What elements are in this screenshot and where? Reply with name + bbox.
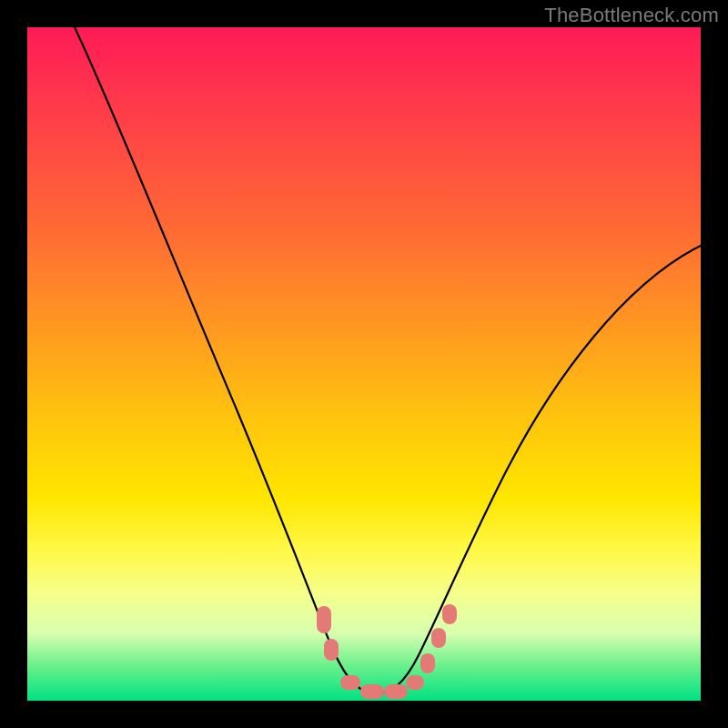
marker-dot	[384, 684, 408, 699]
curve-layer	[27, 27, 701, 701]
marker-dot	[317, 606, 331, 633]
marker-dot	[442, 604, 457, 624]
marker-dot	[406, 675, 424, 690]
marker-dot	[431, 628, 446, 648]
bottleneck-curve	[75, 27, 701, 693]
chart-frame: TheBottleneck.com	[0, 0, 728, 728]
marker-dot	[360, 684, 384, 699]
watermark-text: TheBottleneck.com	[544, 4, 719, 27]
marker-dot	[324, 639, 339, 661]
marker-dot	[340, 675, 360, 690]
marker-dot	[420, 653, 435, 673]
